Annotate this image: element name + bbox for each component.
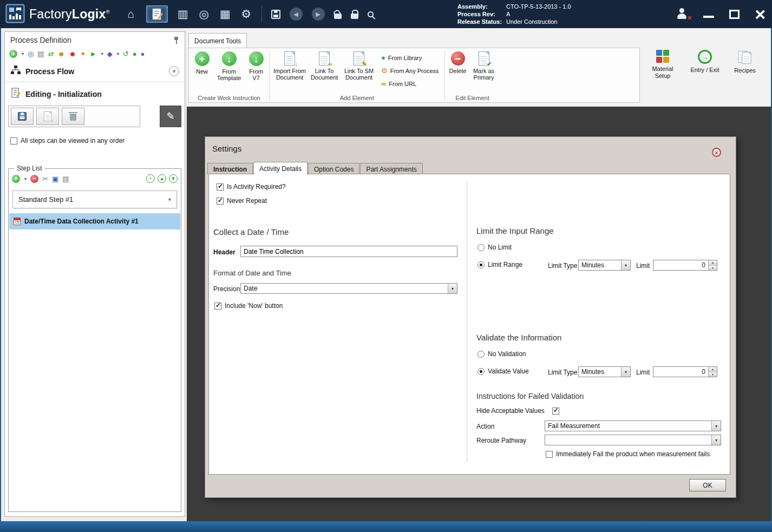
logout-user-icon[interactable]: × xyxy=(676,8,688,20)
maximize-button[interactable] xyxy=(729,10,740,19)
status-purple-icon[interactable]: ● xyxy=(141,50,145,58)
precision-dropdown-icon[interactable]: ▼ xyxy=(448,284,457,293)
status-green-icon[interactable]: ● xyxy=(133,50,137,58)
palette-icon[interactable]: ◆ xyxy=(107,50,113,58)
user-icon[interactable]: ☻ xyxy=(58,50,66,58)
from-library-button[interactable]: ● From Library xyxy=(381,54,439,62)
is-activity-required-checkbox[interactable] xyxy=(217,183,224,191)
any-order-row[interactable]: All steps can be viewed in any order xyxy=(5,130,185,148)
process-flow-header[interactable]: Process Flow ▼ xyxy=(5,61,185,82)
header-input[interactable] xyxy=(240,246,457,257)
paste-icon[interactable]: ▤ xyxy=(62,175,69,183)
tab-part-assignments[interactable]: Part Assignments xyxy=(360,163,422,175)
action-select[interactable]: Fail Measurement ▼ xyxy=(545,421,721,431)
add-icon[interactable]: + xyxy=(9,50,17,58)
any-order-checkbox[interactable] xyxy=(10,137,17,145)
forward-icon[interactable]: ▶ xyxy=(312,8,325,21)
import-from-document-button[interactable]: ↓ Import From Document xyxy=(272,49,308,83)
material-setup-button[interactable]: Material Setup xyxy=(648,50,677,80)
delete-document-button[interactable] xyxy=(62,108,84,125)
minimize-button[interactable] xyxy=(703,16,714,18)
tab-option-codes[interactable]: Option Codes xyxy=(308,163,359,175)
unlock-icon[interactable] xyxy=(334,14,342,19)
reroute-dropdown-icon[interactable]: ▼ xyxy=(711,435,721,445)
lock-icon[interactable] xyxy=(351,14,358,19)
validate-value-radio[interactable] xyxy=(477,368,485,375)
limit-type-select[interactable]: Minutes ▼ xyxy=(578,260,631,271)
delete-button[interactable]: − Delete xyxy=(447,49,469,76)
tab-document-tools[interactable]: Document Tools xyxy=(188,33,247,48)
add-step-icon[interactable]: + xyxy=(12,175,20,183)
include-now-row[interactable]: Include 'Now' button xyxy=(214,302,283,310)
limit-spinner[interactable]: 0 ▲▼ xyxy=(653,260,717,271)
edit-mode-button[interactable]: ✎ xyxy=(160,106,181,127)
immediately-fail-row[interactable]: Immediately Fail the product when measur… xyxy=(546,450,710,458)
window-layout-icon[interactable]: ▦ xyxy=(219,8,231,21)
validate-value-row[interactable]: Validate Value xyxy=(477,367,529,375)
step-row[interactable]: Standard Step #1 ▾ xyxy=(12,191,177,208)
limit-spin-down-icon[interactable]: ▼ xyxy=(709,266,717,271)
activity-row-selected[interactable]: 15 Date/Time Data Collection Activity #1 xyxy=(9,213,180,229)
tag-icon[interactable]: ✦ xyxy=(80,50,86,58)
tab-activity-details[interactable]: Activity Details xyxy=(253,162,308,175)
mark-as-primary-button[interactable]: ✔ Mark as Primary xyxy=(470,49,498,83)
validate-spin-up-icon[interactable]: ▲ xyxy=(709,367,717,372)
save-icon[interactable] xyxy=(271,10,280,19)
from-url-button[interactable]: ∞ From URL xyxy=(381,80,439,88)
tab-instruction[interactable]: Instruction xyxy=(207,163,253,175)
no-limit-radio[interactable] xyxy=(477,244,485,251)
hide-acceptable-checkbox[interactable] xyxy=(552,408,559,415)
copy-icon[interactable]: ▣ xyxy=(52,175,58,183)
recipes-button[interactable]: Recipes xyxy=(732,50,757,74)
link-to-document-button[interactable]: ∞ Link To Document xyxy=(309,49,340,83)
remove-step-icon[interactable]: − xyxy=(30,175,38,183)
limit-spin-up-icon[interactable]: ▲ xyxy=(709,260,717,266)
navigate-icon[interactable]: ◎ xyxy=(198,8,210,21)
include-now-checkbox[interactable] xyxy=(214,303,221,310)
undo-icon[interactable]: ↺ xyxy=(123,50,129,58)
entry-exit-button[interactable]: → Entry / Exit xyxy=(689,50,721,74)
immediately-fail-checkbox[interactable] xyxy=(546,451,553,458)
validate-spin-down-icon[interactable]: ▼ xyxy=(709,372,717,377)
cut-icon[interactable]: ✂ xyxy=(42,175,48,183)
limit-type-dropdown-icon[interactable]: ▼ xyxy=(621,260,630,270)
back-icon[interactable]: ◀ xyxy=(290,8,303,21)
precision-select[interactable]: Date ▼ xyxy=(240,283,457,294)
print-icon[interactable]: ▤ xyxy=(37,50,44,58)
team-caret-icon[interactable]: ▾ xyxy=(101,51,103,56)
new-button[interactable]: + New xyxy=(191,49,213,77)
validate-limit-type-select[interactable]: Minutes ▼ xyxy=(578,366,631,377)
user-alert-icon[interactable]: ☻ xyxy=(69,50,76,58)
limit-range-row[interactable]: Limit Range xyxy=(477,261,522,268)
step-expand-icon[interactable]: ▾ xyxy=(168,196,171,202)
never-repeat-checkbox[interactable] xyxy=(217,198,224,205)
no-validation-row[interactable]: No Validation xyxy=(477,350,526,358)
link-to-sm-document-button[interactable]: ✎ Link To SM Document xyxy=(341,49,377,83)
validate-limit-type-dropdown-icon[interactable]: ▼ xyxy=(621,367,630,377)
is-activity-required-row[interactable]: Is Activity Required? xyxy=(217,183,286,191)
work-instructions-tab-icon[interactable] xyxy=(146,5,168,23)
no-validation-radio[interactable] xyxy=(477,351,485,358)
dialog-close-icon[interactable]: × xyxy=(712,148,721,157)
pin-icon[interactable] xyxy=(173,36,179,44)
search-analysis-icon[interactable] xyxy=(368,11,374,17)
from-template-button[interactable]: ↓ From Template xyxy=(214,49,244,83)
close-button[interactable]: × xyxy=(755,5,766,23)
home-icon[interactable]: ⌂ xyxy=(125,8,137,21)
sync-icon[interactable]: ⇄ xyxy=(48,50,54,58)
ok-button[interactable]: OK xyxy=(689,479,726,491)
zoom-step-icon[interactable]: + xyxy=(146,174,155,183)
globe-icon[interactable]: ◎ xyxy=(28,50,34,58)
team-icon[interactable]: ► xyxy=(90,50,97,58)
move-up-icon[interactable]: ▲ xyxy=(158,174,166,183)
from-v7-button[interactable]: ↓ From V7 xyxy=(245,49,267,83)
from-any-process-button[interactable]: ⚙ From Any Process xyxy=(381,67,439,75)
validate-limit-spinner[interactable]: 0 ▲▼ xyxy=(653,366,717,377)
no-limit-row[interactable]: No Limit xyxy=(477,244,512,251)
limit-range-radio[interactable] xyxy=(477,261,485,268)
move-down-icon[interactable]: ▼ xyxy=(169,174,178,183)
import-document-button[interactable]: ↓ xyxy=(36,108,59,125)
add-caret-icon[interactable]: ▾ xyxy=(22,51,24,56)
add-step-caret-icon[interactable]: ▾ xyxy=(24,176,27,181)
reroute-select[interactable]: ▼ xyxy=(545,435,721,445)
